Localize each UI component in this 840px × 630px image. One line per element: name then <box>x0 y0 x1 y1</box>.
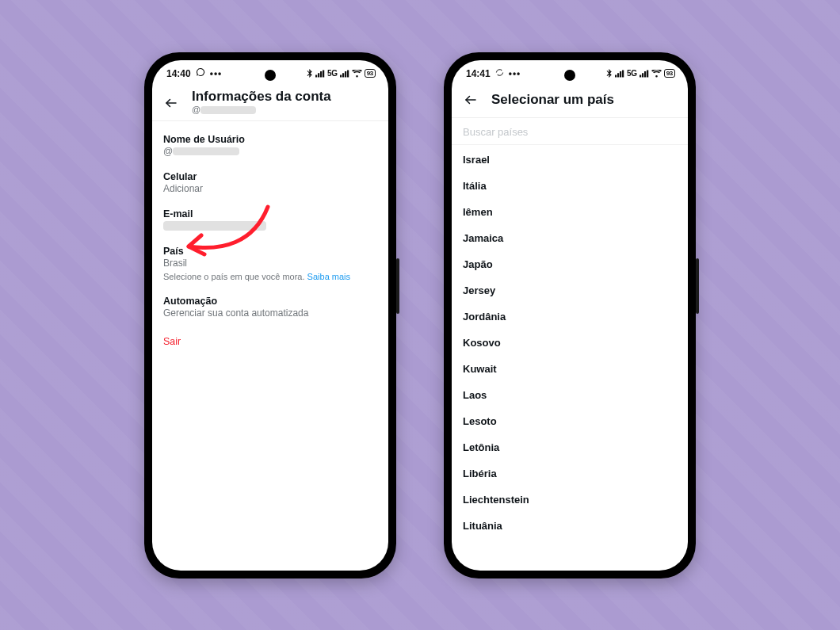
country-item[interactable]: Lituânia <box>463 513 677 539</box>
row-email[interactable]: E-mail <box>163 202 377 239</box>
search-countries-input[interactable]: Buscar países <box>452 118 688 145</box>
svg-rect-2 <box>320 71 322 78</box>
country-list[interactable]: Israel Itália Iêmen Jamaica Japão Jersey… <box>452 145 688 571</box>
value-country: Brasil <box>163 258 377 269</box>
more-dots-icon: ••• <box>509 68 521 79</box>
bluetooth-icon <box>606 69 613 78</box>
label-username: Nome de Usuário <box>163 134 377 145</box>
battery-icon: 93 <box>365 69 376 78</box>
signal-bars-icon <box>615 70 624 78</box>
country-item[interactable]: Jordânia <box>463 304 677 330</box>
country-item[interactable]: Libéria <box>463 460 677 487</box>
logout-button[interactable]: Sair <box>163 326 377 357</box>
svg-rect-3 <box>323 70 324 77</box>
country-item[interactable]: Letônia <box>463 434 677 460</box>
header-text: Informações da conta @ <box>192 89 331 114</box>
network-label: 5G <box>327 69 338 78</box>
row-country[interactable]: País Brasil Selecione o país em que você… <box>163 239 377 289</box>
camera-hole-icon <box>265 70 276 81</box>
account-info-content: Nome de Usuário @ Celular Adicionar E-ma… <box>152 121 388 571</box>
page-title: Selecionar um país <box>491 92 614 108</box>
svg-rect-12 <box>622 70 624 77</box>
signal-bars-icon <box>640 70 649 78</box>
whatsapp-icon <box>196 67 205 79</box>
redacted-email <box>163 221 266 231</box>
label-email: E-mail <box>163 208 377 220</box>
battery-icon: 93 <box>664 69 675 78</box>
rotate-icon <box>495 68 504 79</box>
svg-rect-4 <box>340 74 342 77</box>
hint-country: Selecione o país em que você mora. Saiba… <box>163 272 377 281</box>
signal-bars-icon <box>340 70 349 78</box>
phone-screen-right: 14:41 ••• 5G <box>452 60 688 571</box>
wifi-icon <box>352 70 362 78</box>
country-item[interactable]: Jamaica <box>463 225 677 251</box>
app-header: Selecionar um país <box>452 84 688 118</box>
row-automation[interactable]: Automação Gerenciar sua conta automatiza… <box>163 289 377 326</box>
phone-screen-left: 14:40 ••• 5G <box>152 60 388 571</box>
redacted-username <box>173 147 239 155</box>
country-item[interactable]: Itália <box>463 173 677 199</box>
country-item[interactable]: Iêmen <box>463 199 677 225</box>
label-phone: Celular <box>163 171 377 182</box>
svg-rect-13 <box>640 74 641 77</box>
country-item[interactable]: Israel <box>463 147 677 173</box>
label-country: País <box>163 246 377 257</box>
country-item[interactable]: Laos <box>463 382 677 408</box>
back-button[interactable] <box>160 92 182 114</box>
page-title: Informações da conta <box>192 89 331 105</box>
country-item[interactable]: Liechtenstein <box>463 487 677 513</box>
svg-rect-5 <box>342 73 344 77</box>
bluetooth-icon <box>307 69 313 78</box>
svg-rect-7 <box>347 70 349 77</box>
value-automation: Gerenciar sua conta automatizada <box>163 307 377 319</box>
value-username: @ <box>163 146 377 157</box>
learn-more-link[interactable]: Saiba mais <box>307 272 350 281</box>
country-item[interactable]: Jersey <box>463 277 677 304</box>
phone-frame-left: 14:40 ••• 5G <box>144 52 396 578</box>
label-automation: Automação <box>163 296 377 307</box>
header-text: Selecionar um país <box>491 92 614 108</box>
more-dots-icon: ••• <box>210 68 223 79</box>
country-item[interactable]: Kuwait <box>463 356 677 382</box>
header-subtitle: @ <box>192 105 331 114</box>
row-phone[interactable]: Celular Adicionar <box>163 165 377 202</box>
status-time: 14:40 <box>166 68 191 79</box>
country-item[interactable]: Kosovo <box>463 330 677 356</box>
value-phone: Adicionar <box>163 183 377 194</box>
svg-rect-6 <box>345 71 346 78</box>
wifi-icon <box>651 70 662 78</box>
row-username[interactable]: Nome de Usuário @ <box>163 128 377 165</box>
svg-rect-1 <box>318 73 319 77</box>
svg-rect-0 <box>315 74 317 77</box>
app-header: Informações da conta @ <box>152 84 388 121</box>
redacted-username <box>200 106 256 114</box>
status-time: 14:41 <box>466 68 491 79</box>
camera-hole-icon <box>564 70 575 81</box>
country-item[interactable]: Japão <box>463 251 677 277</box>
signal-bars-icon <box>315 70 325 78</box>
svg-rect-11 <box>620 71 621 78</box>
country-item[interactable]: Lesoto <box>463 408 677 434</box>
svg-rect-10 <box>617 73 619 77</box>
back-button[interactable] <box>460 89 482 111</box>
value-email <box>163 220 377 231</box>
svg-rect-16 <box>647 70 648 77</box>
network-label: 5G <box>627 69 637 78</box>
phone-frame-right: 14:41 ••• 5G <box>444 52 696 578</box>
svg-rect-15 <box>644 71 646 78</box>
svg-rect-9 <box>615 74 617 77</box>
svg-rect-14 <box>642 73 643 77</box>
